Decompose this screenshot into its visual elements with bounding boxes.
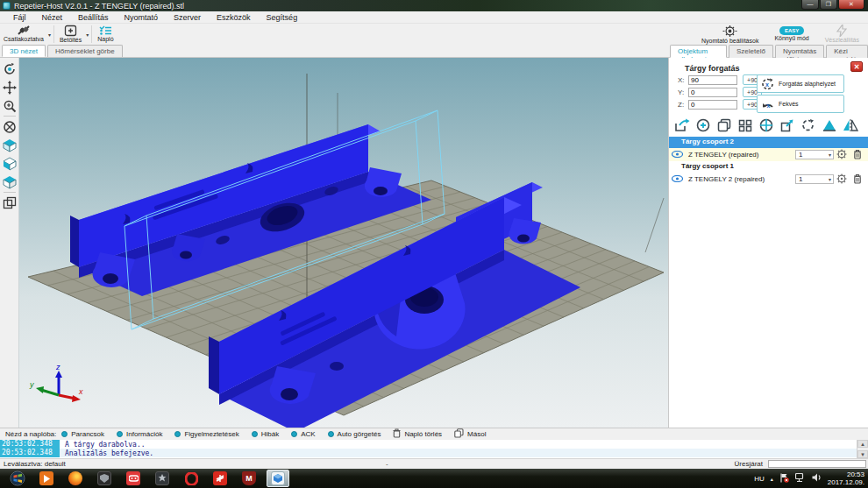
object-count-select[interactable]: 1 ▾ [795, 174, 834, 184]
front-view-icon[interactable] [1, 154, 18, 173]
object-placement-panel: Tárgy forgatás ✕ X: +90 Y: +90 Z: +90 x … [668, 58, 868, 428]
network-icon[interactable] [795, 473, 806, 484]
copy-log-button[interactable]: Másol [454, 428, 486, 440]
rotate-object-icon[interactable] [799, 117, 818, 134]
clock-time: 20:53 [828, 470, 864, 478]
move-view-icon[interactable] [1, 78, 18, 96]
isometric-view-icon[interactable] [1, 136, 18, 154]
tab-print-preview[interactable]: Nyomtatás előkép [775, 45, 824, 58]
minimize-button[interactable]: — [801, 0, 819, 10]
log-timestamp: 20:53:02.348 [0, 440, 60, 449]
taskbar-opera-icon[interactable] [180, 470, 203, 487]
scroll-up-icon[interactable]: ▲ [857, 440, 868, 448]
taskbar-world-of-warships-icon[interactable] [151, 470, 174, 487]
parallel-projection-icon[interactable] [1, 194, 18, 212]
add-object-icon[interactable] [694, 117, 713, 134]
drop-object-icon[interactable] [820, 117, 839, 134]
filter-ack[interactable]: ACK [291, 430, 315, 438]
tab-temperature-curve[interactable]: Hőmérséklet görbe [47, 45, 123, 57]
lay-flat-button[interactable]: x Fekvés [757, 95, 844, 113]
taskbar-repetier-host-icon[interactable] [267, 470, 289, 487]
copy-object-icon[interactable] [715, 117, 734, 134]
log-toggle-button[interactable]: Napló [94, 24, 117, 45]
printer-settings-button[interactable]: Nyomtató beállítások [698, 24, 762, 45]
visibility-eye-icon[interactable] [669, 151, 685, 159]
rotation-z-row: Z: +90 [678, 99, 762, 110]
menu-help[interactable]: Segítség [259, 13, 306, 22]
rotate-view-icon[interactable] [1, 60, 18, 78]
taskbar-clock[interactable]: 20:53 2017.12.09. [828, 470, 864, 486]
object-name: Z TENGELY 2 (repaired) [688, 175, 765, 183]
visibility-eye-icon[interactable] [669, 175, 685, 184]
scroll-down-icon[interactable]: ▼ [857, 450, 868, 458]
delete-object-trash-icon[interactable] [850, 173, 865, 186]
rotation-y-input[interactable] [688, 88, 737, 97]
object-tools-row [672, 117, 860, 134]
delete-object-trash-icon[interactable] [850, 149, 865, 161]
connect-dropdown-icon[interactable]: ▾ [47, 32, 52, 38]
connect-button[interactable]: Csatlakoztatva [0, 24, 47, 45]
close-panel-button[interactable]: ✕ [850, 61, 863, 72]
tab-object-placement[interactable]: Objektum elhelyezése [670, 45, 727, 58]
axis-z-label: z [55, 363, 60, 371]
object-row-2[interactable]: Z TENGELY 2 (repaired) 1 ▾ [669, 173, 868, 186]
easy-mode-button[interactable]: EASY Könnyű mód [771, 24, 812, 45]
filter-commands[interactable]: Parancsok [61, 430, 104, 438]
rotation-z-input[interactable] [688, 100, 737, 110]
menu-server[interactable]: Szerver [166, 13, 209, 22]
object-group-1-header[interactable]: Tárgy csoport 1 [669, 161, 868, 173]
tab-slicer[interactable]: Szeletelő [729, 45, 773, 58]
filter-errors[interactable]: Hibák [252, 430, 279, 438]
filter-dot-icon [291, 431, 297, 437]
autoposition-icon[interactable] [736, 117, 755, 134]
export-object-icon[interactable] [672, 117, 692, 134]
copy-icon [454, 428, 464, 440]
menu-view[interactable]: Nézet [34, 13, 71, 22]
object-settings-gear-icon[interactable] [834, 173, 850, 186]
filter-autoscroll[interactable]: Auto görgetés [328, 430, 381, 438]
center-object-icon[interactable] [757, 117, 776, 134]
taskbar-game-center-icon[interactable] [122, 470, 145, 487]
object-row-1[interactable]: Z TENGELY (repaired) 1 ▾ [669, 148, 868, 161]
tray-expand-icon[interactable]: ▴ [771, 476, 773, 482]
top-view-icon[interactable] [1, 173, 18, 191]
close-button[interactable]: ✕ [838, 0, 864, 10]
3d-viewport[interactable]: z y x [19, 58, 668, 428]
mirror-object-icon[interactable] [841, 117, 860, 134]
object-settings-gear-icon[interactable] [834, 149, 850, 161]
object-group-2-header[interactable]: Tárgy csoport 2 [669, 137, 868, 148]
taskbar-mcafee-icon[interactable]: M [238, 470, 260, 487]
fit-view-icon[interactable] [1, 117, 18, 136]
maximize-button[interactable]: ❐ [820, 0, 837, 10]
clear-log-button[interactable]: Napló törlés [393, 428, 442, 440]
tab-manual-control[interactable]: Kézi vezérlés [826, 45, 868, 58]
taskbar-world-of-tanks-icon[interactable] [93, 470, 116, 487]
tab-3d-view[interactable]: 3D nézet [2, 45, 46, 57]
taskbar-sketchup-icon[interactable] [209, 470, 231, 487]
taskbar-media-player-icon[interactable] [35, 470, 58, 487]
rotation-x-input[interactable] [688, 75, 737, 85]
menu-settings[interactable]: Beállítás [70, 13, 117, 22]
log-output[interactable]: 20:53:02.348 A tárgy darabolva.. 20:53:0… [0, 440, 868, 458]
object-count-select[interactable]: 1 ▾ [795, 150, 834, 159]
keyboard-language[interactable]: HU [754, 475, 765, 483]
taskbar-firefox-icon[interactable] [64, 470, 87, 487]
taskbar: M HU ▴ 20:53 2017.12.09. [0, 469, 868, 488]
menu-file[interactable]: Fájl [5, 13, 34, 22]
action-center-flag-icon[interactable] [779, 473, 789, 484]
load-dropdown-icon[interactable]: ▾ [85, 32, 89, 38]
filter-warnings[interactable]: Figyelmeztetések [174, 430, 238, 438]
start-button[interactable] [6, 470, 29, 487]
filter-infos[interactable]: Információk [117, 430, 162, 438]
load-button[interactable]: Betöltés [56, 24, 85, 45]
log-scrollbar[interactable]: ▲ ▼ [857, 440, 868, 458]
reset-rotation-button[interactable]: x Forgatás alaphelyzet [757, 74, 844, 93]
volume-icon[interactable] [812, 473, 822, 484]
scale-object-icon[interactable] [778, 117, 797, 134]
zoom-view-icon[interactable] [1, 96, 18, 115]
easy-badge: EASY [779, 26, 804, 35]
menu-tools[interactable]: Eszközök [209, 13, 259, 22]
menu-bar: Fájl Nézet Beállítás Nyomtató Szerver Es… [0, 11, 868, 24]
menu-printer[interactable]: Nyomtató [117, 13, 167, 22]
filter-dot-icon [61, 431, 68, 437]
